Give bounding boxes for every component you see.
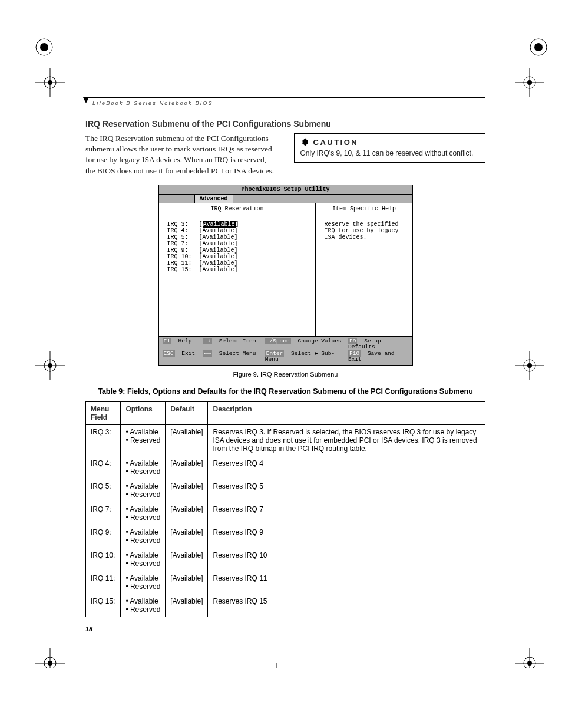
table-row: IRQ 5:• Available• Reserved[Available]Re… (86, 479, 485, 502)
caution-label: CAUTION (313, 138, 359, 147)
cell-field: IRQ 3: (86, 424, 121, 456)
table-row: IRQ 7:• Available• Reserved[Available]Re… (86, 502, 485, 525)
bios-footer-hint: Enter Select ▶ Sub-Menu (265, 351, 345, 363)
table-row: IRQ 4:• Available• Reserved[Available]Re… (86, 456, 485, 479)
intro-paragraph: The IRQ Reservation submenu of the PCI C… (85, 133, 277, 176)
bios-item: IRQ 7: [Available] (167, 241, 308, 247)
cell-description: Reserves IRQ 3. If Reserved is selected,… (208, 424, 485, 456)
bios-footer-hint: ↑↓ Select Item (203, 338, 262, 351)
cell-description: Reserves IRQ 15 (208, 594, 485, 617)
cell-options: • Available• Reserved (121, 548, 166, 571)
header-rule (85, 97, 485, 98)
bios-tabbar: Advanced (159, 195, 412, 203)
cell-options: • Available• Reserved (121, 502, 166, 525)
cell-description: Reserves IRQ 11 (208, 571, 485, 594)
cell-default: [Available] (166, 571, 208, 594)
cell-field: IRQ 10: (86, 548, 121, 571)
bios-right-title: Item Specific Help (316, 203, 412, 215)
cell-options: • Available• Reserved (121, 479, 166, 502)
caution-text: Only IRQ's 9, 10, & 11 can be reserved w… (300, 149, 480, 157)
cell-field: IRQ 4: (86, 456, 121, 479)
running-head: LifeBook B Series Notebook BIOS (92, 100, 485, 106)
bios-footer-hint: F1 Help (163, 338, 200, 351)
table-row: IRQ 3:• Available• Reserved[Available]Re… (86, 424, 485, 456)
table-title: Table 9: Fields, Options and Defaults fo… (85, 387, 485, 396)
bios-item: IRQ 4: [Available] (167, 228, 308, 234)
bios-item: IRQ 5: [Available] (167, 234, 308, 241)
cell-field: IRQ 11: (86, 571, 121, 594)
cell-options: • Available• Reserved (121, 571, 166, 594)
cell-options: • Available• Reserved (121, 456, 166, 479)
page-number: 18 (85, 625, 485, 633)
bios-footer: F1 Help↑↓ Select Item-/Space Change Valu… (159, 337, 412, 365)
bios-item: IRQ 9: [Available] (167, 247, 308, 253)
bios-item: IRQ 11: [Available] (167, 260, 308, 266)
cell-field: IRQ 5: (86, 479, 121, 502)
cell-default: [Available] (166, 594, 208, 617)
bios-help-text: Reserve the specified IRQ for use by leg… (316, 215, 412, 336)
bios-item: IRQ 15: [Available] (167, 266, 308, 273)
cell-description: Reserves IRQ 5 (208, 479, 485, 502)
bios-footer-hint: -/Space Change Values (265, 338, 345, 351)
cell-default: [Available] (166, 502, 208, 525)
table-row: IRQ 15:• Available• Reserved[Available]R… (86, 594, 485, 617)
cell-options: • Available• Reserved (121, 594, 166, 617)
bios-footer-hint: F9 Setup Defaults (348, 338, 405, 351)
bios-screenshot: PhoenixBIOS Setup Utility Advanced IRQ R… (158, 185, 413, 366)
table-row: IRQ 9:• Available• Reserved[Available]Re… (86, 525, 485, 548)
table-header: Default (166, 401, 208, 424)
bios-item: IRQ 10: [Available] (167, 253, 308, 260)
cell-default: [Available] (166, 456, 208, 479)
section-title: IRQ Reservation Submenu of the PCI Confi… (85, 119, 485, 129)
bios-item: IRQ 3: [Available] (167, 221, 308, 228)
cell-options: • Available• Reserved (121, 424, 166, 456)
cell-field: IRQ 9: (86, 525, 121, 548)
table-row: IRQ 10:• Available• Reserved[Available]R… (86, 548, 485, 571)
table-row: IRQ 11:• Available• Reserved[Available]R… (86, 571, 485, 594)
cell-default: [Available] (166, 525, 208, 548)
table-header: Description (208, 401, 485, 424)
bios-item-list: IRQ 3: [Available]IRQ 4: [Available]IRQ … (159, 215, 316, 336)
cell-default: [Available] (166, 479, 208, 502)
caution-box: CAUTION Only IRQ's 9, 10, & 11 can be re… (294, 133, 486, 163)
cell-description: Reserves IRQ 10 (208, 548, 485, 571)
bios-left-title: IRQ Reservation (159, 203, 316, 215)
table-header: Options (121, 401, 166, 424)
cell-field: IRQ 7: (86, 502, 121, 525)
table-header: Menu Field (86, 401, 121, 424)
bios-footer-hint: ESC Exit (163, 351, 200, 363)
cell-field: IRQ 15: (86, 594, 121, 617)
cell-default: [Available] (166, 548, 208, 571)
bios-footer-hint: F10 Save and Exit (348, 351, 405, 363)
bios-tab-advanced: Advanced (194, 195, 233, 203)
caution-icon (300, 137, 310, 147)
bios-footer-hint: ←→ Select Menu (203, 351, 262, 363)
bios-title: PhoenixBIOS Setup Utility (159, 185, 412, 195)
figure-caption: Figure 9. IRQ Reservation Submenu (85, 371, 485, 378)
cell-description: Reserves IRQ 7 (208, 502, 485, 525)
cell-default: [Available] (166, 424, 208, 456)
options-table: Menu FieldOptionsDefaultDescription IRQ … (85, 401, 485, 617)
cell-description: Reserves IRQ 4 (208, 456, 485, 479)
cell-description: Reserves IRQ 9 (208, 525, 485, 548)
cell-options: • Available• Reserved (121, 525, 166, 548)
